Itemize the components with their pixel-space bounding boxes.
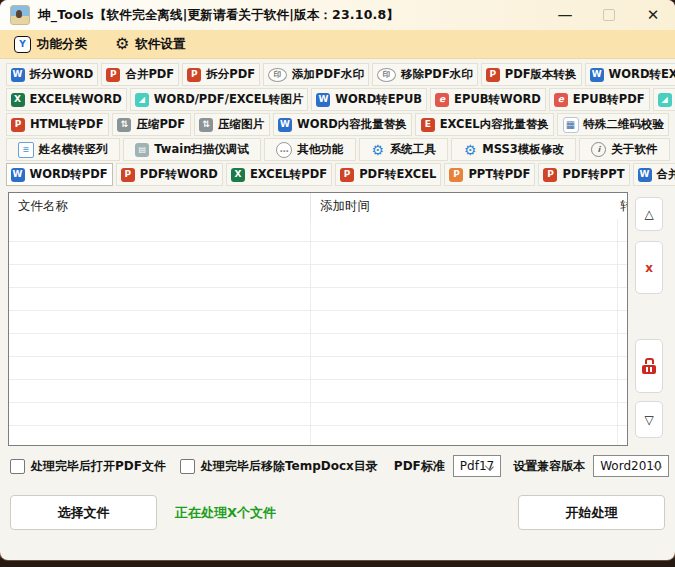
button-label: 合并WORD <box>657 167 675 182</box>
button-label: PDF转WORD <box>140 167 218 182</box>
idcard-icon: ≡ <box>18 142 34 158</box>
tab-function-category[interactable]: Y 功能分类 <box>14 36 87 53</box>
qr-icon: ▦ <box>563 117 579 133</box>
pdf-to-word-button[interactable]: PPDF转WORD <box>116 163 223 186</box>
office-to-image-button[interactable]: ◢WORD/PDF/EXCEL转图片 <box>130 88 309 111</box>
word-to-excel-button[interactable]: WWORD转EXCEL <box>585 63 675 86</box>
move-up-button[interactable]: △ <box>635 197 663 231</box>
image-icon: ◢ <box>658 93 672 107</box>
compress-image-button[interactable]: ⇅压缩图片 <box>194 113 270 136</box>
button-label: 特殊二维码校验 <box>584 117 665 132</box>
excel-batch-replace-button[interactable]: EEXCEL内容批量替换 <box>415 113 554 136</box>
word-to-pdf-button[interactable]: WWORD转PDF <box>6 163 113 186</box>
file-table[interactable]: 文件名称 添加时间 转 <box>8 192 628 446</box>
tab-software-settings[interactable]: ⚙ 软件设置 <box>115 36 185 53</box>
button-label: EPUB转PDF <box>573 92 645 107</box>
other-functions-button[interactable]: …其他功能 <box>264 138 355 161</box>
pdf-version-convert-button[interactable]: PPDF版本转换 <box>481 63 582 86</box>
word-batch-replace-button[interactable]: WWORD内容批量替换 <box>273 113 413 136</box>
move-down-button[interactable]: ▽ <box>635 401 663 438</box>
excel-icon: X <box>231 168 245 182</box>
button-label: PDF版本转换 <box>505 67 577 82</box>
epub-to-pdf-button[interactable]: eEPUB转PDF <box>549 88 650 111</box>
epub-to-word-button[interactable]: eEPUB转WORD <box>430 88 546 111</box>
pdf-to-excel-button[interactable]: PPDF转EXCEL <box>335 163 441 186</box>
pdf-to-ppt-button[interactable]: PPDF转PPT <box>538 163 629 186</box>
excel-icon: X <box>11 93 25 107</box>
merge-pdf-button[interactable]: P合并PDF <box>101 63 179 86</box>
maximize-button[interactable] <box>587 0 631 30</box>
remove-pdf-watermark-button[interactable]: 印移除PDF水印 <box>372 63 478 86</box>
split-word-button[interactable]: W拆分WORD <box>6 63 99 86</box>
minimize-button[interactable]: — <box>543 0 587 30</box>
pdf-icon: P <box>543 168 557 182</box>
button-label: 系统工具 <box>390 142 436 157</box>
about-software-button[interactable]: i关于软件 <box>579 138 669 161</box>
pdf-standard-select[interactable]: Pdf17 <box>453 455 501 477</box>
epub-icon: e <box>554 93 568 107</box>
button-label: 关于软件 <box>611 142 657 157</box>
settings-gear-icon: ⚙ <box>115 36 129 52</box>
category-hexagon-icon: Y <box>14 36 31 53</box>
pdf-standard-label: PDF标准 <box>394 458 445 475</box>
pdf-icon: P <box>340 168 354 182</box>
remove-file-button[interactable]: x <box>635 241 663 294</box>
scanner-icon: ▤ <box>135 143 149 157</box>
button-label: WORD/PDF/EXCEL转图片 <box>154 92 304 107</box>
open-pdf-checkbox[interactable] <box>10 459 25 474</box>
function-grid-row: PHTML转PDF⇅压缩PDF⇅压缩图片WWORD内容批量替换EEXCEL内容批… <box>4 113 671 136</box>
button-label: WORD转EXCEL <box>609 67 675 82</box>
name-horizontal-to-vertical-button[interactable]: ≡姓名横转竖列 <box>6 138 120 161</box>
pdf-icon: P <box>486 68 500 82</box>
remove-tempdocx-checkbox-label: 处理完毕后移除TempDocx目录 <box>201 458 378 475</box>
column-header-add-time[interactable]: 添加时间 <box>311 193 618 219</box>
remove-tempdocx-checkbox[interactable] <box>180 459 195 474</box>
image-icon: ◢ <box>135 93 149 107</box>
clear-list-button[interactable] <box>635 339 663 393</box>
function-grid-row: ≡姓名横转竖列▤Twain扫描仪调试…其他功能⚙系统工具⚙MSS3模板修改i关于… <box>4 138 671 161</box>
button-label: 添加PDF水印 <box>292 67 364 82</box>
button-label: EXCEL内容批量替换 <box>440 117 549 132</box>
function-grid-row: XEXCEL转WORD◢WORD/PDF/EXCEL转图片WWORD转EPUBe… <box>4 88 671 111</box>
image-to-pdf-button[interactable]: ◢图片转PDF <box>653 88 675 111</box>
button-label: 移除PDF水印 <box>401 67 473 82</box>
word-icon: W <box>590 68 604 82</box>
merge-word-button[interactable]: W合并WORD <box>633 163 675 186</box>
app-window: 坤_Tools【软件完全离线|更新请看关于软件|版本：23.10.8】 — ✕ … <box>0 0 675 560</box>
button-label: WORD转EPUB <box>335 92 422 107</box>
mss3-template-edit-button[interactable]: ⚙MSS3模板修改 <box>451 138 576 161</box>
compat-version-select[interactable]: Word2010 <box>593 455 668 477</box>
start-processing-button[interactable]: 开始处理 <box>518 495 665 530</box>
button-label: EXCEL转WORD <box>30 92 122 107</box>
app-icon <box>10 5 30 25</box>
button-label: Twain扫描仪调试 <box>154 142 249 157</box>
table-header-row: 文件名称 添加时间 转 <box>9 193 627 220</box>
ppt-icon: P <box>449 168 463 182</box>
options-row: 处理完毕后打开PDF文件 处理完毕后移除TempDocx目录 PDF标准 Pdf… <box>10 455 665 477</box>
excel-to-word-button[interactable]: XEXCEL转WORD <box>6 88 127 111</box>
button-label: 压缩图片 <box>218 117 264 132</box>
button-label: HTML转PDF <box>30 117 104 132</box>
ppt-to-pdf-button[interactable]: PPPT转PDF <box>444 163 535 186</box>
column-header-convert[interactable]: 转 <box>618 193 627 219</box>
html-to-pdf-button[interactable]: PHTML转PDF <box>6 113 109 136</box>
twain-scanner-debug-button[interactable]: ▤Twain扫描仪调试 <box>123 138 261 161</box>
table-body-empty[interactable] <box>9 219 627 445</box>
button-label: MSS3模板修改 <box>482 142 564 157</box>
button-label: PDF转PPT <box>562 167 624 182</box>
word-to-epub-button[interactable]: WWORD转EPUB <box>311 88 427 111</box>
system-tools-button[interactable]: ⚙系统工具 <box>359 138 448 161</box>
close-button[interactable]: ✕ <box>631 0 675 30</box>
word-icon: W <box>278 118 292 132</box>
select-files-button[interactable]: 选择文件 <box>10 495 157 530</box>
split-pdf-button[interactable]: P拆分PDF <box>182 63 260 86</box>
excel-to-pdf-button[interactable]: XEXCEL转PDF <box>226 163 332 186</box>
column-header-file-name[interactable]: 文件名称 <box>9 193 311 219</box>
special-qrcode-check-button[interactable]: ▦特殊二维码校验 <box>557 113 669 136</box>
button-label: 拆分WORD <box>30 67 94 82</box>
compress-pdf-button[interactable]: ⇅压缩PDF <box>112 113 191 136</box>
info-icon: i <box>591 142 606 157</box>
compress-icon: ⇅ <box>117 118 131 132</box>
add-pdf-watermark-button[interactable]: 印添加PDF水印 <box>263 63 369 86</box>
word-icon: W <box>11 68 25 82</box>
